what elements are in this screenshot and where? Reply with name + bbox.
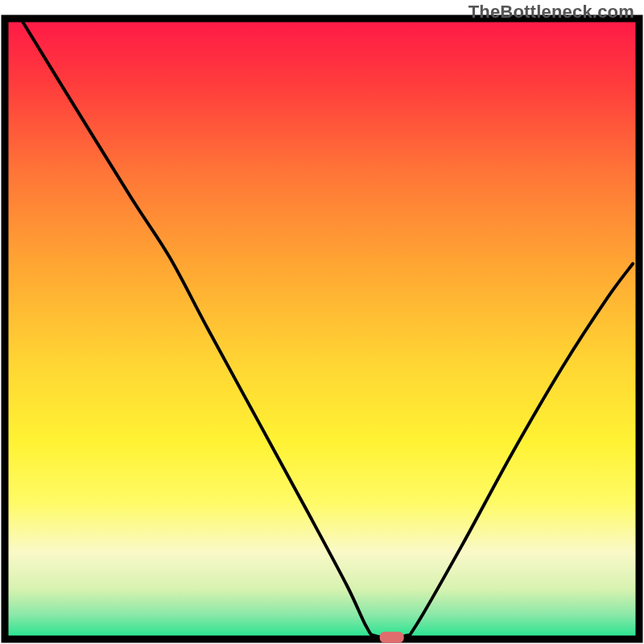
minimum-marker bbox=[380, 632, 404, 643]
watermark-text: TheBottleneck.com bbox=[469, 2, 634, 23]
bottleneck-chart bbox=[0, 0, 644, 644]
plot-background bbox=[5, 19, 639, 639]
